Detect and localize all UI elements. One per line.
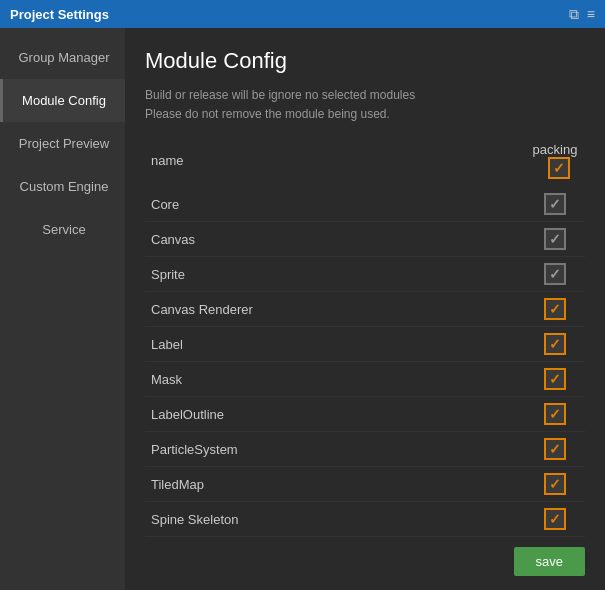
content-description: Build or release will be ignore no selec… xyxy=(145,86,585,124)
module-packing-cell xyxy=(525,187,585,222)
module-name: Sprite xyxy=(145,257,525,292)
sidebar-item-group-manager[interactable]: Group Manager xyxy=(0,36,125,79)
module-packing-cell xyxy=(525,397,585,432)
sidebar-item-custom-engine[interactable]: Custom Engine xyxy=(0,165,125,208)
content-area: Module Config Build or release will be i… xyxy=(125,28,605,590)
module-name: Mask xyxy=(145,362,525,397)
menu-icon[interactable]: ≡ xyxy=(587,7,595,21)
module-name: LabelOutline xyxy=(145,397,525,432)
module-packing-cell xyxy=(525,222,585,257)
table-row: Sprite xyxy=(145,257,585,292)
col-name-header: name xyxy=(145,134,525,187)
module-checkbox[interactable] xyxy=(544,193,566,215)
table-row: Spine Skeleton xyxy=(145,502,585,537)
module-checkbox[interactable] xyxy=(544,298,566,320)
module-packing-cell xyxy=(525,327,585,362)
module-name: Core xyxy=(145,187,525,222)
module-packing-cell xyxy=(525,502,585,537)
module-checkbox[interactable] xyxy=(544,438,566,460)
table-row: Canvas xyxy=(145,222,585,257)
module-name: TiledMap xyxy=(145,467,525,502)
table-row: LabelOutline xyxy=(145,397,585,432)
title-bar-title: Project Settings xyxy=(10,7,109,22)
table-row: Core xyxy=(145,187,585,222)
module-checkbox[interactable] xyxy=(544,228,566,250)
module-checkbox[interactable] xyxy=(544,368,566,390)
sidebar-item-module-config[interactable]: Module Config xyxy=(0,79,125,122)
module-name: Canvas Renderer xyxy=(145,292,525,327)
table-header-row: name packing xyxy=(145,134,585,187)
module-packing-cell xyxy=(525,292,585,327)
module-packing-cell xyxy=(525,257,585,292)
module-checkbox[interactable] xyxy=(544,403,566,425)
desc-line-1: Build or release will be ignore no selec… xyxy=(145,86,585,105)
col-packing-header: packing xyxy=(525,134,585,187)
page-title: Module Config xyxy=(145,48,585,74)
title-bar-actions: ⧉ ≡ xyxy=(569,7,595,21)
module-packing-cell xyxy=(525,432,585,467)
content-header: Module Config Build or release will be i… xyxy=(125,28,605,134)
module-checkbox[interactable] xyxy=(544,263,566,285)
module-checkbox[interactable] xyxy=(544,333,566,355)
sidebar-item-service[interactable]: Service xyxy=(0,208,125,251)
table-row: Label xyxy=(145,327,585,362)
module-table-container[interactable]: name packing CoreCanvasSpriteCanvas Rend… xyxy=(125,134,605,539)
save-button[interactable]: save xyxy=(514,547,585,576)
table-row: Mask xyxy=(145,362,585,397)
packing-label: packing xyxy=(533,142,578,157)
main-layout: Group ManagerModule ConfigProject Previe… xyxy=(0,28,605,590)
module-name: Canvas xyxy=(145,222,525,257)
table-row: Canvas Renderer xyxy=(145,292,585,327)
module-packing-cell xyxy=(525,467,585,502)
restore-icon[interactable]: ⧉ xyxy=(569,7,579,21)
table-row: TiledMap xyxy=(145,467,585,502)
title-bar: Project Settings ⧉ ≡ xyxy=(0,0,605,28)
header-checkbox[interactable] xyxy=(548,157,570,179)
module-packing-cell xyxy=(525,362,585,397)
module-table: name packing CoreCanvasSpriteCanvas Rend… xyxy=(145,134,585,539)
save-area: save xyxy=(125,539,605,590)
module-table-body: CoreCanvasSpriteCanvas RendererLabelMask… xyxy=(145,187,585,539)
desc-line-2: Please do not remove the module being us… xyxy=(145,105,585,124)
sidebar: Group ManagerModule ConfigProject Previe… xyxy=(0,28,125,590)
sidebar-item-project-preview[interactable]: Project Preview xyxy=(0,122,125,165)
module-checkbox[interactable] xyxy=(544,473,566,495)
module-name: Label xyxy=(145,327,525,362)
table-row: ParticleSystem xyxy=(145,432,585,467)
module-name: ParticleSystem xyxy=(145,432,525,467)
module-name: Spine Skeleton xyxy=(145,502,525,537)
module-checkbox[interactable] xyxy=(544,508,566,530)
